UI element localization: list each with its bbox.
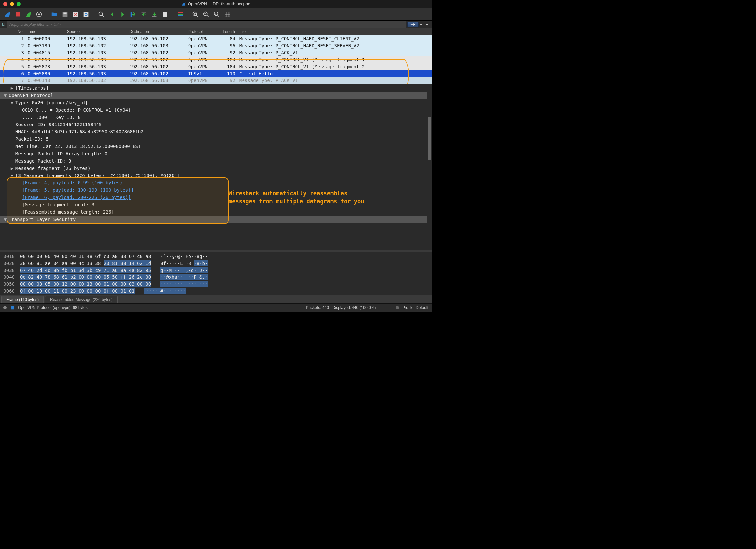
- col-protocol: Protocol: [186, 28, 219, 35]
- packet-list-header[interactable]: No. Time Source Destination Protocol Len…: [0, 28, 432, 35]
- detail-line[interactable]: ▼Type: 0x20 [opcode/key_id]: [0, 99, 432, 106]
- hex-row[interactable]: 00400e 82 40 78 68 61 b2 00 00 00 05 50 …: [0, 274, 432, 280]
- close-file-button[interactable]: [71, 10, 80, 19]
- auto-scroll-button[interactable]: [160, 10, 170, 19]
- annotation-reassembly-box: [7, 178, 229, 224]
- packet-list-pane: No. Time Source Destination Protocol Len…: [0, 28, 432, 84]
- detail-line[interactable]: Message Packet-ID Array Length: 0: [0, 150, 432, 157]
- minimize-window-button[interactable]: [10, 2, 14, 6]
- bookmark-icon[interactable]: [1, 22, 6, 27]
- tab-frame[interactable]: Frame (110 bytes): [1, 296, 44, 303]
- svg-point-7: [99, 12, 103, 15]
- expand-icon[interactable]: ▶: [9, 85, 15, 91]
- status-bar: OpenVPN Protocol (openvpn), 68 bytes Pac…: [0, 303, 432, 311]
- display-filter-input[interactable]: [7, 21, 406, 28]
- collapse-icon[interactable]: ▼: [9, 100, 15, 105]
- svg-line-8: [102, 15, 104, 17]
- svg-rect-13: [178, 12, 183, 13]
- packet-row[interactable]: 10.000000192.168.56.103192.168.56.102Ope…: [0, 35, 432, 42]
- zoom-window-button[interactable]: [17, 2, 21, 6]
- detail-line[interactable]: Packet-ID: 5: [0, 136, 432, 143]
- detail-line[interactable]: Net Time: Jan 22, 2013 18:52:12.00000000…: [0, 143, 432, 150]
- annotation-reassembly-label: Wireshark automatically reassembles mess…: [229, 190, 364, 206]
- main-toolbar: 1: [0, 8, 432, 21]
- restart-capture-button[interactable]: [24, 10, 33, 19]
- filter-dropdown-icon[interactable]: ▾: [420, 22, 422, 27]
- find-packet-button[interactable]: [97, 10, 106, 19]
- title-bar: OpenVPN_UDP_tls-auth.pcapng: [0, 0, 432, 8]
- svg-rect-0: [16, 12, 20, 16]
- go-back-button[interactable]: [107, 10, 117, 19]
- packet-row[interactable]: 70.006143192.168.56.102192.168.56.103Ope…: [0, 77, 432, 84]
- add-filter-button[interactable]: +: [424, 21, 430, 28]
- detail-line[interactable]: HMAC: 4d8bfbb13d3bc971a68a4a82950e824078…: [0, 128, 432, 136]
- start-capture-button[interactable]: [3, 10, 12, 19]
- details-scrollbar[interactable]: [427, 84, 432, 250]
- svg-rect-4: [63, 12, 66, 14]
- packet-row[interactable]: 60.005880192.168.56.103192.168.56.102TLS…: [0, 70, 432, 77]
- window-title: OpenVPN_UDP_tls-auth.pcapng: [0, 1, 432, 6]
- go-forward-button[interactable]: [118, 10, 127, 19]
- svg-line-21: [207, 15, 209, 17]
- detail-line[interactable]: ▶[Timestamps]: [0, 84, 432, 92]
- hex-row[interactable]: 002038 66 81 ae 04 aa 00 4c 13 38 20 81 …: [0, 260, 432, 267]
- reload-file-button[interactable]: [81, 10, 91, 19]
- status-packet-count: Packets: 440 · Displayed: 440 (100.0%): [306, 305, 376, 310]
- capture-file-properties-icon[interactable]: [10, 305, 15, 310]
- packet-bytes-pane[interactable]: 001000 60 00 00 40 00 40 11 48 6f c0 a8 …: [0, 252, 432, 295]
- resize-columns-button[interactable]: [223, 10, 232, 19]
- stop-capture-button[interactable]: [13, 10, 23, 19]
- col-source: Source: [65, 28, 127, 35]
- svg-text:1: 1: [215, 12, 216, 15]
- zoom-reset-button[interactable]: 1: [212, 10, 221, 19]
- expand-icon[interactable]: ▶: [9, 166, 15, 171]
- svg-rect-14: [178, 14, 183, 15]
- zoom-in-button[interactable]: [191, 10, 200, 19]
- window-controls: [3, 2, 21, 6]
- col-info: Info: [237, 28, 427, 35]
- apply-filter-button[interactable]: [407, 22, 419, 27]
- open-file-button[interactable]: [50, 10, 59, 19]
- svg-point-2: [38, 13, 40, 15]
- detail-line[interactable]: Message Packet-ID: 3: [0, 157, 432, 165]
- bytes-tab-bar: Frame (110 bytes) Reassembled Message (2…: [0, 295, 432, 303]
- hex-row[interactable]: 003067 46 2d 4d 8b fb b1 3d 3b c9 71 a6 …: [0, 267, 432, 274]
- detail-line[interactable]: Session ID: 9311214641221158445: [0, 121, 432, 128]
- zoom-out-button[interactable]: [201, 10, 211, 19]
- svg-rect-12: [163, 12, 167, 17]
- packet-row[interactable]: 20.003189192.168.56.102192.168.56.103Ope…: [0, 42, 432, 49]
- col-time: Time: [26, 28, 65, 35]
- detail-line[interactable]: ▶Message fragment (26 bytes): [0, 165, 432, 172]
- col-length: Length: [219, 28, 237, 35]
- packet-row[interactable]: 50.005873192.168.56.103192.168.56.102Ope…: [0, 63, 432, 70]
- packet-row[interactable]: 30.004815192.168.56.103192.168.56.102Ope…: [0, 49, 432, 56]
- expert-info-icon[interactable]: [3, 306, 7, 309]
- detail-line[interactable]: .... .000 = Key ID: 0: [0, 114, 432, 121]
- capture-options-button[interactable]: [34, 10, 44, 19]
- hex-row[interactable]: 005000 00 03 05 00 12 00 00 13 00 01 00 …: [0, 280, 432, 287]
- svg-line-24: [218, 15, 219, 17]
- protocol-header-openvpn[interactable]: ▼OpenVPN Protocol: [0, 92, 432, 99]
- col-no: No.: [0, 28, 26, 35]
- svg-rect-6: [84, 12, 89, 17]
- go-to-last-button[interactable]: [150, 10, 159, 19]
- svg-line-17: [196, 15, 198, 17]
- packet-row[interactable]: 40.005863192.168.56.103192.168.56.102Ope…: [0, 56, 432, 63]
- close-window-button[interactable]: [3, 2, 7, 6]
- hex-row[interactable]: 00600f 00 10 00 11 00 23 00 00 00 0f 00 …: [0, 287, 432, 294]
- packet-details-pane[interactable]: ▶[Timestamps] ▼OpenVPN Protocol ▼Type: 0…: [0, 84, 432, 250]
- display-filter-bar: ▾ +: [0, 21, 432, 28]
- go-to-first-button[interactable]: [139, 10, 148, 19]
- go-to-packet-button[interactable]: [129, 10, 138, 19]
- status-profile[interactable]: Profile: Default: [402, 305, 428, 310]
- packet-list-body[interactable]: 10.000000192.168.56.103192.168.56.102Ope…: [0, 35, 432, 84]
- col-destination: Destination: [127, 28, 186, 35]
- svg-rect-9: [131, 12, 132, 17]
- colorize-button[interactable]: [176, 10, 185, 19]
- collapse-icon[interactable]: ▼: [2, 93, 9, 98]
- wireshark-fin-icon: [181, 2, 186, 6]
- hex-row[interactable]: 001000 60 00 00 40 00 40 11 48 6f c0 a8 …: [0, 253, 432, 260]
- tab-reassembled[interactable]: Reassembled Message (226 bytes): [45, 296, 118, 303]
- detail-line[interactable]: 0010 0... = Opcode: P_CONTROL_V1 (0x04): [0, 106, 432, 114]
- save-file-button[interactable]: [60, 10, 70, 19]
